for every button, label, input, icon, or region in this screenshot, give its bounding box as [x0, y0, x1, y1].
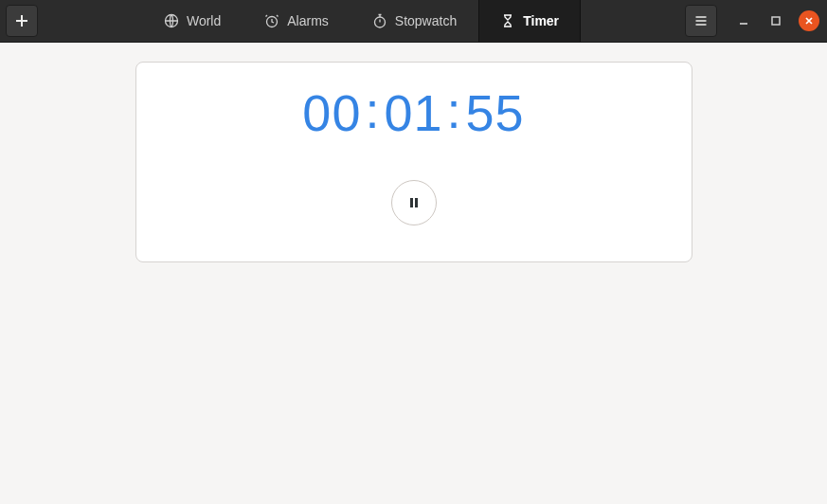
hamburger-icon — [693, 13, 709, 28]
timer-display: 00 : 01 : 55 — [302, 83, 524, 142]
content-area: 00 : 01 : 55 — [0, 43, 827, 504]
stopwatch-icon — [372, 13, 387, 28]
close-button[interactable] — [799, 10, 819, 31]
tab-timer[interactable]: Timer — [478, 0, 581, 42]
timer-hours: 00 — [302, 83, 361, 142]
right-controls — [685, 5, 827, 37]
minimize-button[interactable] — [734, 11, 753, 30]
maximize-icon — [770, 15, 782, 27]
tab-alarms[interactable]: Alarms — [243, 0, 351, 42]
tab-stopwatch-label: Stopwatch — [395, 13, 457, 28]
timer-card: 00 : 01 : 55 — [135, 62, 692, 262]
svg-rect-3 — [772, 17, 780, 25]
timer-minutes: 01 — [384, 83, 442, 142]
hourglass-icon — [500, 13, 515, 28]
app-window: World Alarms Stopwatch Ti — [0, 0, 827, 504]
timer-colon: : — [447, 81, 462, 139]
maximize-button[interactable] — [766, 11, 785, 30]
tab-timer-label: Timer — [523, 13, 559, 28]
tab-world-label: World — [187, 13, 221, 28]
tab-world[interactable]: World — [142, 0, 243, 42]
titlebar: World Alarms Stopwatch Ti — [0, 0, 827, 43]
minimize-icon — [738, 15, 749, 27]
close-icon — [804, 16, 814, 26]
pause-icon — [407, 196, 421, 209]
tab-stopwatch[interactable]: Stopwatch — [351, 0, 478, 42]
globe-icon — [164, 13, 179, 28]
svg-rect-5 — [415, 198, 418, 207]
alarm-icon — [264, 13, 279, 28]
tab-bar: World Alarms Stopwatch Ti — [38, 0, 685, 42]
window-controls — [734, 10, 819, 31]
timer-colon: : — [365, 81, 380, 139]
tab-alarms-label: Alarms — [287, 13, 329, 28]
menu-button[interactable] — [685, 5, 717, 37]
pause-button[interactable] — [391, 180, 437, 225]
timer-seconds: 55 — [466, 83, 525, 142]
svg-rect-4 — [410, 198, 413, 207]
plus-icon — [14, 13, 29, 28]
add-button[interactable] — [6, 5, 38, 37]
